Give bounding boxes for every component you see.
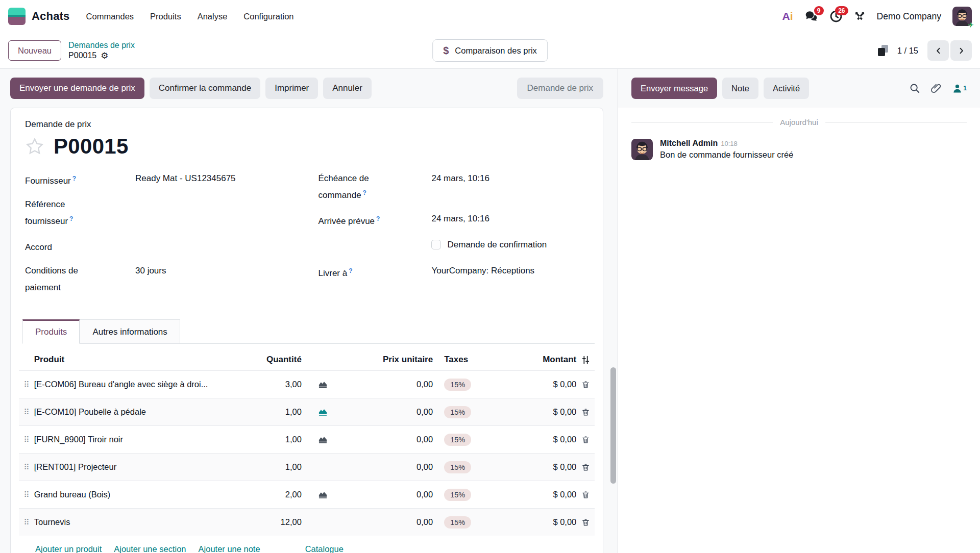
menu-item[interactable]: Configuration: [243, 12, 293, 21]
menu-item[interactable]: Produits: [150, 12, 181, 21]
header-product[interactable]: Produit: [34, 355, 227, 365]
add-line-link[interactable]: Ajouter une note: [199, 544, 260, 553]
forecast-chart-icon[interactable]: [318, 491, 328, 499]
favorite-star-button[interactable]: [25, 137, 44, 156]
delete-line-button[interactable]: [581, 463, 590, 472]
checkbox[interactable]: [431, 240, 441, 249]
drag-handle[interactable]: ⠿: [19, 435, 34, 444]
menu-item[interactable]: Commandes: [86, 12, 134, 21]
statusbar-action-button[interactable]: Annuler: [323, 78, 372, 99]
chevron-right-icon: [958, 47, 965, 55]
cell-quantity[interactable]: 12,00: [227, 517, 302, 527]
message-avatar[interactable]: [631, 139, 653, 160]
chatter-action-button[interactable]: Envoyer message: [631, 78, 717, 99]
vertical-scrollbar-thumb[interactable]: [610, 367, 616, 484]
order-line-row[interactable]: ⠿ Grand bureau (Bois) 2,00: [19, 481, 595, 508]
cell-product[interactable]: [E-COM10] Poubelle à pédale: [34, 407, 227, 417]
bookmark-pages-icon[interactable]: [878, 45, 888, 56]
order-line-row[interactable]: ⠿ [RENT001] Projecteur 1,00: [19, 453, 595, 481]
price-comparison-button[interactable]: $ Comparaison des prix: [432, 39, 548, 62]
tax-badge[interactable]: 15%: [444, 461, 471, 473]
field-value[interactable]: Demande de confirmation: [431, 238, 547, 252]
forecast-chart-icon[interactable]: [318, 408, 328, 416]
cell-unit-price[interactable]: 0,00: [342, 462, 433, 472]
delete-line-button[interactable]: [581, 380, 590, 389]
order-line-row[interactable]: ⠿ [FURN_8900] Tiroir noir 1,00: [19, 425, 595, 453]
header-amount[interactable]: Montant: [529, 355, 576, 365]
drag-handle[interactable]: ⠿: [19, 490, 34, 499]
order-line-row[interactable]: ⠿ Tournevis 12,00: [19, 508, 595, 536]
header-quantity[interactable]: Quantité: [227, 355, 302, 365]
delete-line-button[interactable]: [581, 408, 590, 417]
cell-unit-price[interactable]: 0,00: [342, 407, 433, 417]
attachments-icon[interactable]: [930, 83, 942, 94]
user-avatar[interactable]: ✈: [952, 7, 972, 26]
drag-handle[interactable]: ⠿: [19, 518, 34, 527]
tax-badge[interactable]: 15%: [444, 406, 471, 418]
tax-badge[interactable]: 15%: [444, 379, 471, 391]
add-line-link[interactable]: Ajouter une section: [114, 544, 186, 553]
pager-next-button[interactable]: [950, 40, 972, 61]
header-taxes[interactable]: Taxes: [433, 355, 529, 365]
pager-value: 1 / 15: [897, 46, 918, 56]
breadcrumb-parent-link[interactable]: Demandes de prix: [68, 40, 135, 51]
messages-icon[interactable]: 9: [804, 10, 818, 23]
pager-previous-button[interactable]: [927, 40, 949, 61]
cell-quantity[interactable]: 1,00: [227, 462, 302, 472]
field-value[interactable]: YourCompany: Réceptions: [431, 264, 534, 278]
cell-unit-price[interactable]: 0,00: [342, 490, 433, 499]
drag-handle[interactable]: ⠿: [19, 408, 34, 417]
cell-unit-price[interactable]: 0,00: [342, 380, 433, 389]
delete-line-button[interactable]: [581, 435, 590, 444]
optional-columns-button[interactable]: [581, 356, 590, 364]
notebook-tab[interactable]: Autres informations: [80, 319, 180, 343]
cell-quantity[interactable]: 1,00: [227, 407, 302, 417]
order-line-row[interactable]: ⠿ [E-COM10] Poubelle à pédale 1,00: [19, 398, 595, 425]
forecast-chart-icon[interactable]: [318, 381, 328, 389]
drag-handle[interactable]: ⠿: [19, 380, 34, 389]
notebook-tab[interactable]: Produits: [22, 319, 80, 344]
delete-line-button[interactable]: [581, 518, 590, 527]
chatter-action-button[interactable]: Activité: [764, 78, 809, 99]
cell-product[interactable]: Tournevis: [34, 517, 227, 527]
ai-icon[interactable]: Ai: [782, 10, 793, 22]
field-value[interactable]: 24 mars, 10:16: [431, 171, 489, 186]
cell-product[interactable]: [E-COM06] Bureau d'angle avec siège à dr…: [34, 380, 227, 389]
app-name[interactable]: Achats: [32, 10, 70, 23]
cell-quantity[interactable]: 2,00: [227, 490, 302, 499]
cell-product[interactable]: [RENT001] Projecteur: [34, 462, 227, 472]
statusbar-action-button[interactable]: Confirmer la commande: [150, 78, 260, 99]
tax-badge[interactable]: 15%: [444, 489, 471, 501]
new-button[interactable]: Nouveau: [8, 40, 61, 61]
forecast-chart-icon[interactable]: [318, 436, 328, 444]
field-value[interactable]: 24 mars, 10:16: [431, 212, 489, 226]
delete-line-button[interactable]: [581, 490, 590, 499]
company-switcher[interactable]: Demo Company: [877, 11, 941, 22]
followers-icon[interactable]: 1: [952, 83, 967, 94]
cell-product[interactable]: [FURN_8900] Tiroir noir: [34, 435, 227, 444]
cell-unit-price[interactable]: 0,00: [342, 517, 433, 527]
activities-icon[interactable]: 26: [829, 10, 843, 23]
statusbar-action-button[interactable]: Imprimer: [265, 78, 318, 99]
add-line-link[interactable]: Ajouter un produit: [35, 544, 102, 553]
search-messages-icon[interactable]: [909, 83, 920, 94]
odoo-logo[interactable]: [8, 8, 26, 25]
message-author[interactable]: Mitchell Admin: [660, 139, 718, 147]
field-value[interactable]: Ready Mat - US12345675: [135, 171, 236, 186]
tax-badge[interactable]: 15%: [444, 434, 471, 446]
statusbar-action-button[interactable]: Envoyer une demande de prix: [10, 78, 144, 99]
header-unit-price[interactable]: Prix unitaire: [342, 355, 433, 365]
drag-handle[interactable]: ⠿: [19, 463, 34, 472]
cell-product[interactable]: Grand bureau (Bois): [34, 490, 227, 499]
order-line-row[interactable]: ⠿ [E-COM06] Bureau d'angle avec siège à …: [19, 370, 595, 398]
cell-quantity[interactable]: 3,00: [227, 380, 302, 389]
cell-unit-price[interactable]: 0,00: [342, 435, 433, 444]
tools-icon[interactable]: [854, 11, 866, 22]
cell-quantity[interactable]: 1,00: [227, 435, 302, 444]
field-value[interactable]: 30 jours: [135, 264, 166, 278]
chatter-action-button[interactable]: Note: [722, 78, 758, 99]
tax-badge[interactable]: 15%: [444, 516, 471, 529]
menu-item[interactable]: Analyse: [198, 12, 228, 21]
add-line-link[interactable]: Catalogue: [305, 544, 344, 553]
actions-gear-icon[interactable]: ⚙: [101, 52, 108, 60]
